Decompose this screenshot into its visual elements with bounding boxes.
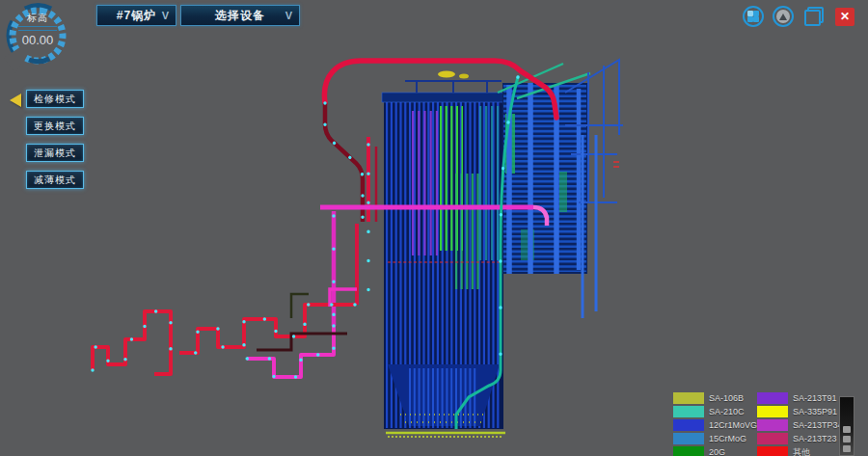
chevron-down-icon: V [285, 10, 292, 21]
legend-swatch [673, 392, 704, 404]
legend-swatch [757, 392, 788, 404]
droplet-view-icon[interactable] [773, 6, 794, 27]
boiler-select-value: #7锅炉 [117, 8, 156, 24]
panel-collapse-arrow-icon[interactable] [10, 94, 21, 107]
layer-front [804, 10, 821, 26]
layers-icon[interactable] [804, 7, 824, 26]
droplet-shape [779, 13, 787, 20]
legend-item: SA-213T91 [757, 392, 837, 404]
legend-label: SA-213T91 [793, 393, 837, 403]
device-select-value: 选择设备 [215, 8, 265, 24]
chevron-down-icon: V [162, 10, 169, 21]
legend-item: 20G [673, 446, 725, 456]
legend-swatch [757, 419, 788, 431]
superheater-bank [498, 64, 590, 274]
legend-label: SA-213T23 [793, 434, 837, 443]
legend-item: 12Cr1MoVG [673, 419, 757, 431]
legend-swatch [673, 446, 704, 456]
legend-label: 其他 [793, 446, 810, 456]
device-select-dropdown[interactable]: 选择设备 V [180, 5, 300, 26]
mode-button-replace[interactable]: 更换模式 [26, 117, 84, 135]
dashboard-grid-icon[interactable] [743, 6, 764, 27]
close-button[interactable]: ✕ [835, 8, 854, 26]
legend-item: SA-106B [673, 392, 744, 404]
legend-scrollbar[interactable] [839, 396, 854, 456]
legend-item: SA-213T23 [757, 433, 837, 444]
legend-label: 15CrMoG [709, 434, 746, 443]
scrollbar-notch [843, 445, 851, 452]
legend-swatch [673, 419, 704, 431]
scrollbar-notch [843, 426, 851, 433]
gauge-divider [18, 26, 57, 31]
legend-swatch [757, 406, 788, 417]
elevation-gauge: 标高 00.00 [2, 0, 77, 75]
boiler-3d-model[interactable] [0, 0, 868, 456]
material-legend: SA-106B SA-210C 12Cr1MoVG 15CrMoG 20G SA… [673, 392, 862, 456]
grid-square [753, 16, 759, 22]
gauge-value: 00.00 [2, 33, 73, 47]
legend-item: 其他 [757, 446, 810, 456]
mode-button-thinning[interactable]: 减薄模式 [26, 171, 84, 189]
legend-item: SA-210C [673, 406, 745, 417]
legend-label: 12Cr1MoVG [709, 420, 757, 430]
legend-label: SA-106B [709, 393, 744, 403]
legend-item: 15CrMoG [673, 433, 746, 444]
mode-button-leakage[interactable]: 泄漏模式 [26, 144, 84, 162]
legend-label: SA-335P91 [793, 407, 837, 416]
legend-label: SA-210C [709, 407, 745, 416]
legend-label: 20G [709, 447, 725, 456]
legend-swatch [757, 446, 788, 456]
boiler-select-dropdown[interactable]: #7锅炉 V [96, 5, 176, 26]
mode-button-overhaul[interactable]: 检修模式 [26, 90, 84, 108]
legend-swatch [673, 406, 704, 417]
lower-left-pipe-network [93, 289, 357, 377]
legend-swatch [673, 433, 704, 444]
gauge-label: 标高 [2, 12, 73, 25]
legend-item: SA-335P91 [757, 406, 837, 417]
scrollbar-notch [843, 436, 851, 443]
legend-swatch [757, 433, 788, 444]
droplet-circle [776, 10, 790, 23]
